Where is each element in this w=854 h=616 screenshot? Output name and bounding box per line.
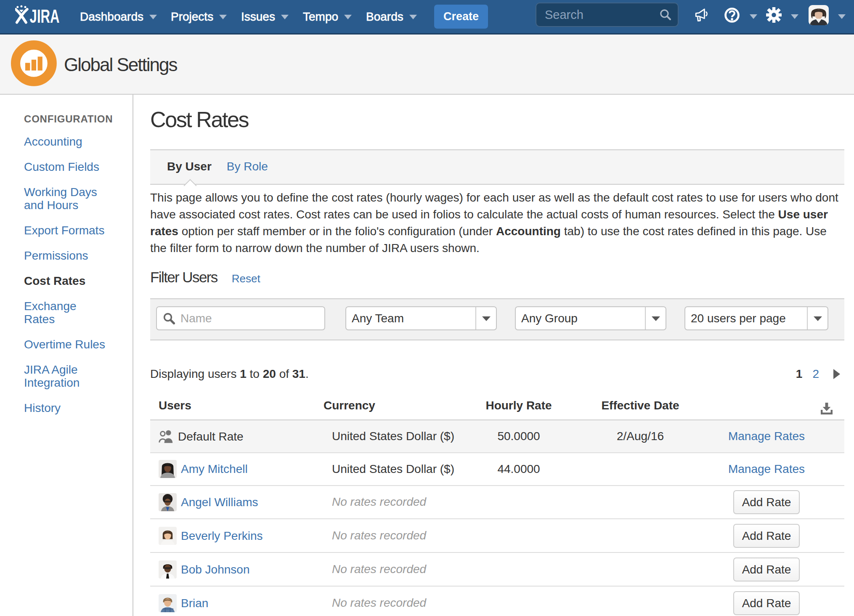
svg-text:JIRA: JIRA [30, 5, 60, 25]
